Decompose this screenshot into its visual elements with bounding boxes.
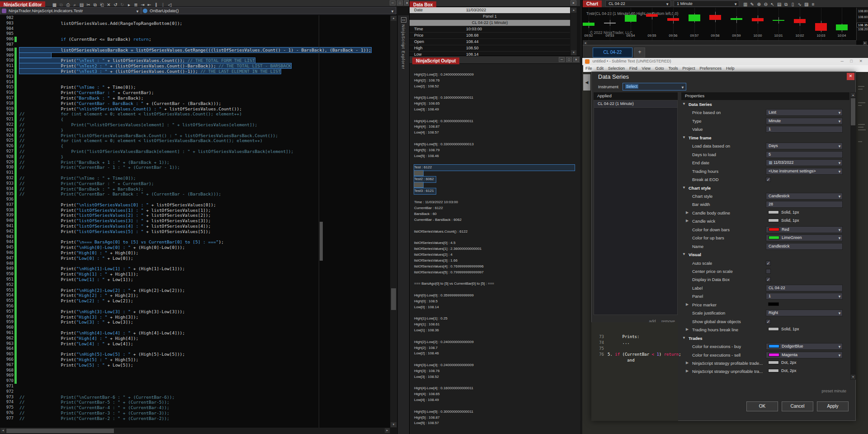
- candle-body[interactable]: [731, 18, 742, 20]
- chevron-down-icon[interactable]: ▼: [682, 135, 686, 139]
- property-dropdown[interactable]: Minute▼: [766, 118, 843, 124]
- menu-item-find[interactable]: Find: [627, 65, 640, 72]
- properties-icon[interactable]: ≡: [810, 2, 816, 7]
- class-dropdown[interactable]: NinjaTrader.NinjaScript.Indicators.Testr…: [0, 7, 141, 14]
- candle-body[interactable]: [667, 18, 679, 21]
- candle-body[interactable]: [773, 20, 784, 21]
- property-input[interactable]: 28: [766, 201, 843, 208]
- properties-scrollbar[interactable]: ▲ ▼: [850, 92, 856, 380]
- sublime-code-area[interactable]: 73 Prints:74 ...75 765. if (CurrentBar <…: [591, 322, 678, 421]
- maximize-icon[interactable]: □: [848, 59, 855, 63]
- maximize-icon[interactable]: □: [566, 57, 572, 62]
- tab-cl-04-22[interactable]: CL 04-22: [593, 48, 632, 57]
- chart-scrollbar[interactable]: ◄ ►: [583, 40, 856, 45]
- candle-body[interactable]: [836, 24, 848, 30]
- zoom-out-icon[interactable]: ⊖: [762, 2, 769, 7]
- property-input[interactable]: CL 04-22: [766, 285, 843, 291]
- output-console[interactable]: High[2]-Low[2] : 0.240000000000009High[2…: [414, 66, 572, 426]
- chevron-down-icon[interactable]: ▼: [682, 186, 686, 190]
- menu-item-edit[interactable]: Edit: [594, 65, 606, 72]
- candle-body[interactable]: [625, 15, 637, 22]
- property-dropdown[interactable]: <Use instrument settings>▼: [766, 168, 843, 175]
- apply-button[interactable]: Apply: [817, 401, 849, 411]
- property-line-style[interactable]: Solid, 1px: [768, 327, 799, 331]
- report-icon[interactable]: ▤: [776, 2, 783, 7]
- menu-item-file[interactable]: File: [583, 65, 594, 72]
- minimize-icon[interactable]: ─: [838, 59, 846, 63]
- property-dropdown[interactable]: Last▼: [766, 109, 843, 116]
- property-line-style[interactable]: Solid, 1px: [768, 218, 799, 223]
- property-dropdown[interactable]: LimeGreen▼: [766, 234, 843, 241]
- property-dropdown[interactable]: Candlestick▼: [766, 193, 843, 200]
- property-input[interactable]: Candlestick: [766, 243, 843, 250]
- chart-trader-icon[interactable]: ▯: [789, 2, 796, 7]
- property-dropdown[interactable]: Magenta▼: [766, 352, 843, 358]
- collapse-panel-button[interactable]: ◀: [583, 74, 590, 91]
- property-line-style[interactable]: Dot, 2px: [768, 360, 797, 365]
- ninjascript-explorer-tab[interactable]: ⚏ NinjaScript Explorer: [397, 15, 409, 434]
- chevron-down-icon[interactable]: ▼: [682, 252, 686, 256]
- minimize-icon[interactable]: ─: [559, 57, 565, 62]
- chevron-down-icon[interactable]: ▼: [682, 102, 686, 106]
- bars-type-icon[interactable]: ▥: [742, 2, 749, 7]
- menu-item-view[interactable]: View: [640, 65, 653, 72]
- property-line-style[interactable]: Solid, 1px: [768, 210, 799, 215]
- price-axis[interactable]: 108.80108.60108.20108.35: [856, 8, 868, 40]
- candle-body[interactable]: [583, 23, 594, 26]
- sublime-minimap[interactable]: [857, 73, 867, 209]
- property-dropdown[interactable]: Days▼: [766, 143, 843, 149]
- applied-item[interactable]: CL 04-22 (1 Minute): [594, 100, 677, 108]
- editor-horizontal-scrollbar[interactable]: ◄ ►: [0, 428, 390, 434]
- chevron-right-icon[interactable]: ▶: [686, 361, 689, 365]
- candle-body[interactable]: [604, 23, 616, 24]
- chevron-right-icon[interactable]: ▶: [686, 210, 689, 215]
- preset-label[interactable]: preset minute: [821, 389, 846, 393]
- indicators-icon[interactable]: ∿: [796, 2, 803, 7]
- property-color[interactable]: [768, 302, 781, 306]
- candle-body[interactable]: [689, 14, 700, 21]
- applied-list[interactable]: CL 04-22 (1 Minute): [594, 100, 678, 315]
- maximize-icon[interactable]: □: [397, 0, 403, 5]
- candle-body[interactable]: [815, 23, 827, 31]
- property-dropdown[interactable]: Right▼: [766, 310, 843, 316]
- cancel-button[interactable]: Cancel: [782, 401, 813, 411]
- property-checkbox[interactable]: ✓: [766, 261, 771, 266]
- panels-icon[interactable]: ⧉: [783, 2, 789, 7]
- draw-icon[interactable]: ✎: [749, 2, 755, 7]
- property-checkbox[interactable]: ✓: [766, 319, 771, 324]
- strategies-icon[interactable]: ▨: [803, 2, 810, 7]
- chevron-right-icon[interactable]: ▶: [686, 302, 689, 306]
- method-dropdown[interactable]: OnBarUpdate() ▼: [141, 7, 396, 14]
- chevron-down-icon[interactable]: ▼: [682, 336, 686, 340]
- menu-item-tools[interactable]: Tools: [666, 65, 680, 72]
- chevron-right-icon[interactable]: ▶: [686, 369, 689, 373]
- candle-body[interactable]: [794, 19, 806, 23]
- property-line-style[interactable]: Dot, 2px: [768, 368, 797, 373]
- property-dropdown[interactable]: 1▼: [766, 293, 843, 300]
- menu-item-project[interactable]: Project: [680, 65, 697, 72]
- property-dropdown[interactable]: DodgerBlue▼: [766, 343, 843, 350]
- close-icon[interactable]: ✕: [847, 73, 854, 80]
- instrument-select-dropdown[interactable]: Select ▼: [623, 83, 686, 91]
- property-checkbox[interactable]: ✓: [766, 277, 771, 282]
- property-checkbox[interactable]: ✓: [766, 177, 771, 182]
- property-input[interactable]: 1: [766, 126, 843, 133]
- zoom-in-icon[interactable]: ⊕: [755, 2, 762, 7]
- cursor-icon[interactable]: ↖: [769, 2, 776, 7]
- interval-dropdown[interactable]: 1 Minute ▼: [674, 0, 739, 7]
- property-input[interactable]: 5: [766, 151, 843, 158]
- menu-item-goto[interactable]: Goto: [653, 65, 666, 72]
- ok-button[interactable]: OK: [746, 401, 778, 411]
- menu-item-selection[interactable]: Selection: [606, 65, 627, 72]
- property-dropdown[interactable]: Red▼: [766, 226, 843, 233]
- close-icon[interactable]: ✕: [571, 0, 576, 5]
- candle-body[interactable]: [709, 15, 721, 20]
- candle-body[interactable]: [752, 18, 764, 21]
- instrument-dropdown[interactable]: CL 04-22 ▼: [605, 0, 671, 7]
- menu-item-help[interactable]: Help: [724, 65, 737, 72]
- property-dropdown[interactable]: ▦ 11/03/2022▼: [766, 159, 843, 166]
- chevron-right-icon[interactable]: ▶: [686, 219, 689, 223]
- close-icon[interactable]: ✕: [856, 59, 865, 63]
- property-checkbox[interactable]: [766, 269, 771, 274]
- close-icon[interactable]: ✕: [573, 57, 579, 62]
